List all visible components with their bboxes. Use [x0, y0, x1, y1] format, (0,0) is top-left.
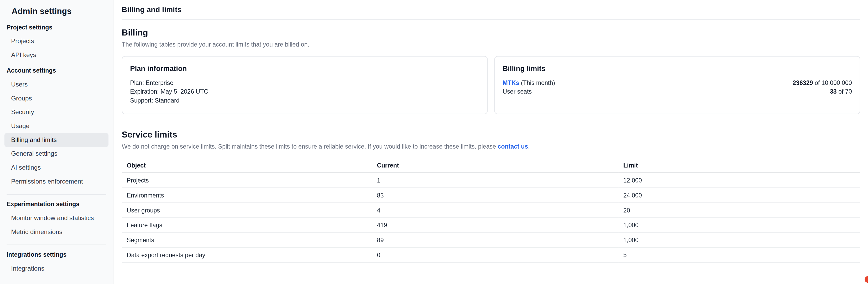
cell-limit: 1,000	[618, 218, 860, 233]
column-header-current: Current	[372, 159, 618, 173]
mtks-value: 236329 of 10,000,000	[793, 78, 852, 87]
sidebar-item-security[interactable]: Security	[4, 106, 108, 119]
sidebar-item-metric-dimensions[interactable]: Metric dimensions	[4, 225, 108, 239]
service-limits-section: Service limits We do not charge on servi…	[122, 130, 860, 263]
plan-line-support: Support: Standard	[130, 96, 479, 105]
page-title: Billing and limits	[122, 5, 182, 14]
sidebar-item-billing-and-limits[interactable]: Billing and limits	[4, 133, 108, 147]
sidebar-item-groups[interactable]: Groups	[4, 91, 108, 106]
sidebar-item-usage[interactable]: Usage	[4, 119, 108, 133]
service-limits-heading: Service limits	[122, 130, 860, 140]
sidebar-item-monitor-window-and-statistics[interactable]: Monitor window and statistics	[4, 211, 108, 225]
sidebar-divider	[6, 245, 106, 245]
table-row: Segments 89 1,000	[122, 232, 860, 248]
sidebar-item-users[interactable]: Users	[4, 78, 108, 91]
sidebar-item-permissions-enforcement[interactable]: Permissions enforcement	[4, 175, 108, 189]
table-row: Projects 1 12,000	[122, 173, 860, 188]
sidebar-divider	[6, 194, 106, 195]
user-seats-label: User seats	[502, 87, 532, 96]
plan-information-card: Plan information Plan: Enterprise Expira…	[122, 56, 488, 114]
cell-current: 89	[372, 232, 618, 248]
sidebar-item-projects[interactable]: Projects	[4, 34, 108, 48]
cell-current: 419	[372, 218, 618, 233]
billing-limit-row-user-seats: User seats 33 of 70	[502, 87, 852, 96]
cell-limit: 1,000	[618, 232, 860, 248]
section-label-project-settings: Project settings	[0, 23, 113, 31]
billing-description: The following tables provide your accoun…	[122, 40, 860, 49]
plan-line-plan: Plan: Enterprise	[130, 78, 479, 87]
sidebar-item-ai-settings[interactable]: AI settings	[4, 161, 108, 175]
column-header-object: Object	[122, 159, 372, 173]
cell-object: Feature flags	[122, 218, 372, 233]
billing-cards: Plan information Plan: Enterprise Expira…	[122, 56, 860, 114]
cell-object: User groups	[122, 203, 372, 218]
sidebar-item-api-keys[interactable]: API keys	[4, 48, 108, 62]
section-label-experimentation-settings: Experimentation settings	[0, 200, 113, 208]
cell-limit: 12,000	[618, 173, 860, 188]
mtks-link[interactable]: MTKs	[502, 79, 519, 86]
sidebar-item-general-settings[interactable]: General settings	[4, 147, 108, 161]
cell-object: Segments	[122, 232, 372, 248]
cell-limit: 20	[618, 203, 860, 218]
service-limits-description-text: We do not charge on service limits. Spli…	[122, 143, 498, 150]
mtks-label-rest: (This month)	[519, 79, 555, 86]
user-seats-value: 33 of 70	[830, 87, 852, 96]
section-label-account-settings: Account settings	[0, 66, 113, 75]
cell-limit: 24,000	[618, 188, 860, 203]
table-header-row: Object Current Limit	[122, 159, 860, 173]
table-row: Feature flags 419 1,000	[122, 218, 860, 233]
cell-object: Environments	[122, 188, 372, 203]
sidebar-section-integrations-settings: Integrations settings Integrations	[0, 251, 113, 276]
page-header: Billing and limits	[122, 0, 860, 20]
sidebar-section-experimentation-settings: Experimentation settings Monitor window …	[0, 200, 113, 239]
billing-limits-title: Billing limits	[502, 64, 852, 73]
user-seats-value-max: of 70	[837, 88, 852, 95]
sidebar-section-project-settings: Project settings Projects API keys	[0, 23, 113, 62]
mtks-value-current: 236329	[793, 79, 813, 86]
column-header-limit: Limit	[618, 159, 860, 173]
sidebar-item-integrations[interactable]: Integrations	[4, 262, 108, 276]
section-label-integrations-settings: Integrations settings	[0, 251, 113, 258]
cell-limit: 5	[618, 248, 860, 262]
user-seats-value-current: 33	[830, 88, 837, 95]
contact-us-link[interactable]: contact us	[498, 143, 528, 150]
cell-current: 1	[372, 173, 618, 188]
sidebar: Admin settings Project settings Projects…	[0, 0, 114, 284]
table-row: Data export requests per day 0 5	[122, 248, 860, 262]
table-row: Environments 83 24,000	[122, 188, 860, 203]
cell-current: 0	[372, 248, 618, 262]
mtks-value-max: of 10,000,000	[813, 79, 852, 86]
cell-object: Data export requests per day	[122, 248, 372, 262]
billing-heading: Billing	[122, 28, 860, 37]
plan-line-expiration: Expiration: May 5, 2026 UTC	[130, 87, 479, 96]
billing-section: Billing The following tables provide you…	[122, 28, 860, 114]
cell-object: Projects	[122, 173, 372, 188]
table-row: User groups 4 20	[122, 203, 860, 218]
sidebar-title: Admin settings	[0, 5, 113, 17]
service-limits-description: We do not charge on service limits. Spli…	[122, 143, 860, 151]
billing-limit-row-mtks: MTKs (This month) 236329 of 10,000,000	[502, 78, 852, 87]
cell-current: 83	[372, 188, 618, 203]
main-content: Billing and limits Billing The following…	[114, 0, 868, 284]
admin-settings-page: Admin settings Project settings Projects…	[0, 0, 868, 284]
mtks-label: MTKs (This month)	[502, 78, 555, 87]
plan-information-title: Plan information	[130, 64, 479, 73]
service-limits-table: Object Current Limit Projects 1 12,000 E…	[122, 159, 860, 263]
service-limits-description-end: .	[528, 143, 530, 150]
sidebar-section-account-settings: Account settings Users Groups Security U…	[0, 66, 113, 189]
billing-limits-card: Billing limits MTKs (This month) 236329 …	[494, 56, 860, 114]
cell-current: 4	[372, 203, 618, 218]
